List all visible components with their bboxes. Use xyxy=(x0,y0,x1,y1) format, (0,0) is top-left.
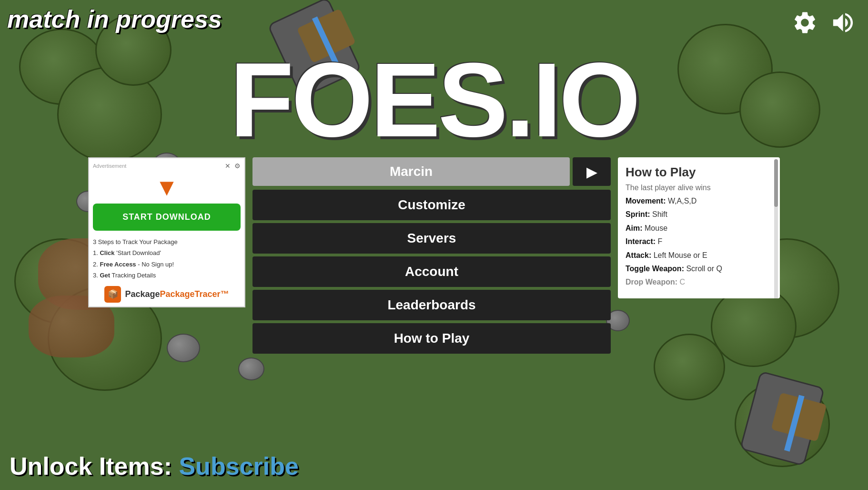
settings-button[interactable] xyxy=(789,7,820,38)
howto-scrollbar[interactable] xyxy=(774,159,778,298)
howto-subtitle: The last player alive wins xyxy=(626,184,772,192)
ad-step-3: 3. Get Tracking Details xyxy=(93,270,241,281)
ad-download-button[interactable]: START DOWNLOAD xyxy=(93,204,241,231)
unlock-label: Unlock Items: xyxy=(10,452,172,480)
how-to-play-button[interactable]: How to Play xyxy=(252,323,611,354)
ad-content: ▼ START DOWNLOAD 3 Steps to Track Your P… xyxy=(93,174,241,303)
ad-settings-icon[interactable]: ⚙ xyxy=(234,162,241,170)
rock-decoration xyxy=(238,357,264,380)
top-right-icons xyxy=(789,7,858,38)
ad-arrow: ▼ xyxy=(93,174,241,201)
ad-brand-name: PackageTracer xyxy=(160,289,220,299)
ui-container: Advertisement ✕ ⚙ ▼ START DOWNLOAD 3 Ste… xyxy=(88,157,780,354)
howto-attack: Attack: Left Mouse or E xyxy=(626,250,772,261)
customize-button[interactable]: Customize xyxy=(252,190,611,220)
ad-x-button[interactable]: ✕ xyxy=(225,162,231,170)
howto-scrollbar-thumb[interactable] xyxy=(774,159,778,207)
howto-sprint: Sprint: Shift xyxy=(626,209,772,220)
howto-drop-weapon: Drop Weapon: C xyxy=(626,277,772,287)
player-name-box: Marcin xyxy=(252,157,570,186)
howto-panel: How to Play The last player alive wins M… xyxy=(618,157,780,298)
sound-icon xyxy=(830,10,856,36)
ad-logo: 📦 xyxy=(104,286,121,303)
ad-panel: Advertisement ✕ ⚙ ▼ START DOWNLOAD 3 Ste… xyxy=(88,157,245,307)
howto-aim: Aim: Mouse xyxy=(626,223,772,234)
game-title: FOES.IO xyxy=(0,48,868,153)
ad-label: Advertisement xyxy=(93,163,126,169)
player-row: Marcin ▶ xyxy=(252,157,611,186)
ad-top-bar: Advertisement ✕ ⚙ xyxy=(93,162,241,170)
ad-step-1: 1. Click 'Start Download' xyxy=(93,247,241,258)
ad-brand: PackagePackageTracer™ xyxy=(125,289,229,299)
sound-button[interactable] xyxy=(828,7,858,38)
unlock-text: Unlock Items: Subscribe xyxy=(10,452,299,480)
ad-footer: 📦 PackagePackageTracer™ xyxy=(93,286,241,303)
leaderboards-button[interactable]: Leaderboards xyxy=(252,290,611,320)
ad-controls: ✕ ⚙ xyxy=(225,162,241,170)
subscribe-link[interactable]: Subscribe xyxy=(179,452,298,480)
howto-toggle-weapon: Toggle Weapon: Scroll or Q xyxy=(626,264,772,274)
howto-interact: Interact: F xyxy=(626,236,772,247)
settings-icon xyxy=(792,10,818,36)
match-status: match in progress xyxy=(7,5,222,33)
account-button[interactable]: Account xyxy=(252,256,611,287)
howto-movement: Movement: W,A,S,D xyxy=(626,196,772,206)
ad-steps: 3 Steps to Track Your Package 1. Click '… xyxy=(93,236,241,281)
servers-button[interactable]: Servers xyxy=(252,223,611,254)
ad-step-2: 2. Free Access - No Sign up! xyxy=(93,259,241,270)
menu-panel: Marcin ▶ Customize Servers Account Leade… xyxy=(252,157,611,354)
ad-step-0: 3 Steps to Track Your Package xyxy=(93,236,241,247)
play-button[interactable]: ▶ xyxy=(573,157,611,186)
howto-title: How to Play xyxy=(626,165,772,180)
vehicle-bottom xyxy=(725,365,839,472)
